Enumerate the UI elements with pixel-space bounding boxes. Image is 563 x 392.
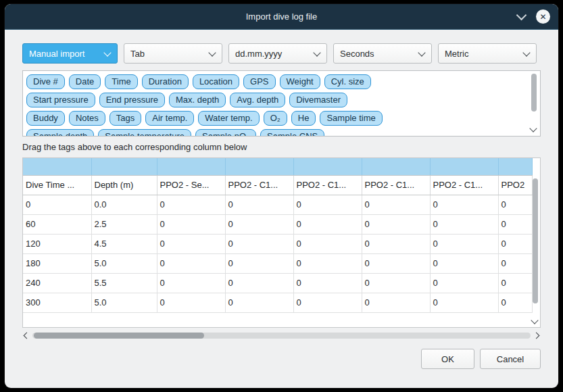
tag-date[interactable]: Date (69, 74, 101, 89)
drop-target-cell[interactable] (293, 158, 362, 175)
chevron-down-icon (208, 49, 216, 56)
table-cell: 0 (362, 214, 430, 234)
combo-import-mode[interactable]: Manual import (22, 43, 118, 64)
table-cell: 0 (430, 214, 498, 234)
drop-target-cell[interactable] (498, 158, 532, 175)
table-cell: 0 (293, 195, 362, 214)
table-cell: 2.5 (91, 214, 157, 234)
tag-o[interactable]: O₂ (264, 111, 287, 126)
table-cell: 300 (23, 293, 91, 312)
tag-row: BuddyNotesTagsAir temp.Water temp.O₂HeSa… (26, 111, 524, 126)
titlebar[interactable]: Import dive log file ✕ (5, 4, 558, 30)
tag-water-temp[interactable]: Water temp. (198, 111, 259, 126)
tag-pool-scroll-down-icon[interactable] (529, 124, 537, 132)
tag-cyl-size[interactable]: Cyl. size (324, 74, 371, 89)
tag-sample-temperature[interactable]: Sample temperature (98, 129, 191, 137)
tag-divemaster[interactable]: Divemaster (289, 93, 347, 107)
tag-end-pressure[interactable]: End pressure (99, 93, 165, 107)
table-cell: 0 (498, 253, 532, 273)
preview-table: Dive Time ...Depth (m)PPO2 - Se...PPO2 -… (23, 158, 533, 313)
table-cell: 0 (362, 273, 430, 293)
tag-tags[interactable]: Tags (109, 111, 141, 126)
table-cell: 0 (293, 234, 362, 253)
scroll-right-icon[interactable] (533, 333, 540, 339)
table-cell: 0 (362, 253, 430, 273)
combo-units[interactable]: Metric (438, 43, 537, 64)
table-cell: 0 (293, 273, 362, 293)
tag-row: Sample depthSample temperatureSample pO₂… (26, 129, 524, 137)
table-cell: 0 (293, 253, 362, 273)
drop-target-cell[interactable] (362, 158, 430, 175)
tag-max-depth[interactable]: Max. depth (169, 93, 226, 107)
tag-row: Start pressureEnd pressureMax. depthAvg.… (26, 93, 524, 107)
table-cell: 0 (430, 253, 498, 273)
combo-value: Seconds (340, 49, 374, 59)
table-cell: 0 (157, 293, 225, 312)
table-cell: 0 (157, 253, 225, 273)
table-cell: 0 (157, 273, 225, 293)
table-row: 1204.5000000 (23, 234, 532, 253)
table-hscrollbar (22, 330, 541, 341)
table-cell: 60 (23, 214, 91, 234)
ok-button[interactable]: OK (421, 349, 474, 369)
close-button[interactable]: ✕ (536, 9, 550, 24)
table-vscrollbar[interactable] (533, 178, 538, 303)
table-cell: 0 (293, 214, 362, 234)
chevron-down-icon (418, 49, 425, 56)
tag-location[interactable]: Location (193, 74, 239, 89)
drop-target-cell[interactable] (23, 158, 91, 175)
table-cell: 0 (498, 214, 532, 234)
tag-gps[interactable]: GPS (243, 74, 275, 89)
combo-value: Manual import (29, 49, 84, 59)
cancel-button[interactable]: Cancel (480, 349, 541, 369)
tag-sample-depth[interactable]: Sample depth (26, 129, 94, 137)
tag-pool-vscrollbar[interactable] (531, 74, 537, 112)
import-options-row: Manual import Tab dd.mm.yyyy Seconds Met… (22, 43, 541, 64)
column-header-row: Dive Time ...Depth (m)PPO2 - Se...PPO2 -… (23, 175, 532, 195)
tag-time[interactable]: Time (105, 74, 137, 89)
tag-notes[interactable]: Notes (69, 111, 105, 126)
combo-value: Metric (445, 49, 468, 59)
tag-duration[interactable]: Duration (142, 74, 189, 89)
table-cell: 0 (225, 293, 293, 312)
table-scroll-down-icon[interactable] (531, 316, 538, 324)
tag-avg-depth[interactable]: Avg. depth (230, 93, 285, 107)
table-row: 00.0000000 (23, 195, 532, 214)
tag-weight[interactable]: Weight (280, 74, 320, 89)
table-row: 602.5000000 (23, 214, 532, 234)
tag-row: Dive #DateTimeDurationLocationGPSWeightC… (26, 74, 524, 89)
scroll-left-icon[interactable] (24, 333, 30, 339)
tag-he[interactable]: He (291, 111, 316, 126)
import-dialog: Import dive log file ✕ Manual import Tab… (5, 4, 558, 388)
tag-start-pressure[interactable]: Start pressure (26, 93, 95, 107)
drop-target-cell[interactable] (430, 158, 498, 175)
tag-pool: Dive #DateTimeDurationLocationGPSWeightC… (22, 70, 541, 137)
hscrollbar-handle[interactable] (34, 333, 204, 339)
table-cell: 5.0 (91, 293, 157, 312)
window-title: Import dive log file (5, 11, 558, 22)
chevron-down-icon (103, 49, 111, 56)
tag-air-temp[interactable]: Air temp. (145, 111, 194, 126)
table-cell: 0 (157, 214, 225, 234)
combo-duration-format[interactable]: Seconds (333, 43, 432, 64)
table-cell: 0 (225, 195, 293, 214)
combo-field-separator[interactable]: Tab (124, 43, 222, 64)
table-row: 3005.0000000 (23, 293, 532, 312)
tag-buddy[interactable]: Buddy (26, 111, 65, 126)
drop-target-cell[interactable] (225, 158, 293, 175)
table-cell: 0 (498, 195, 532, 214)
drop-target-cell[interactable] (157, 158, 225, 175)
tag-sample-po[interactable]: Sample pO₂ (195, 129, 256, 137)
table-cell: 0 (157, 234, 225, 253)
table-cell: 5.0 (91, 253, 157, 273)
shade-window-icon[interactable] (516, 9, 527, 20)
chevron-down-icon (522, 49, 530, 56)
table-cell: 0 (225, 273, 293, 293)
tag-sample-time[interactable]: Sample time (320, 111, 382, 126)
column-header: PPO2 - C1... (225, 175, 293, 195)
combo-date-format[interactable]: dd.mm.yyyy (228, 43, 327, 64)
tag-dive[interactable]: Dive # (26, 74, 65, 89)
table-cell: 0 (362, 293, 430, 312)
drop-target-cell[interactable] (91, 158, 157, 175)
tag-sample-cns[interactable]: Sample CNS (260, 129, 324, 137)
